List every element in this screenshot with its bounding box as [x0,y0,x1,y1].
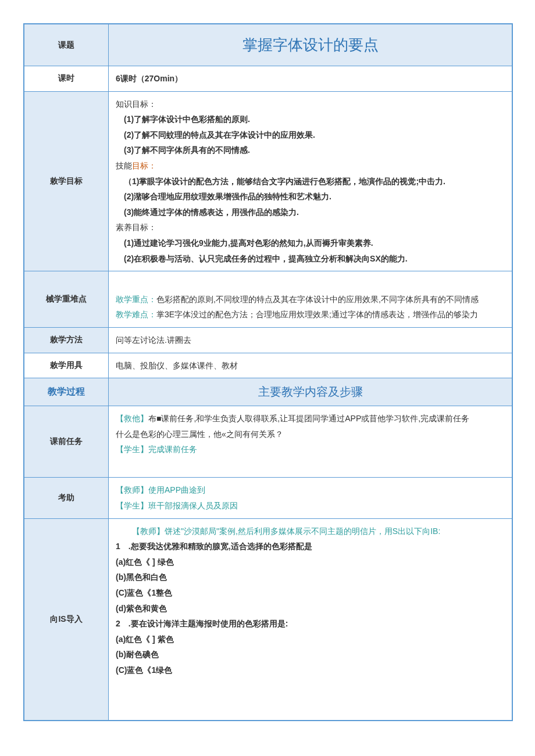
pretask-line3: 【学生】完成课前任务 [116,442,505,457]
topic-label: 课题 [24,24,109,66]
lesson-plan-document: 课题 掌握字体设计的要点 课时 6课时（27Omin） 敕学目标 知识目标： (… [23,23,513,721]
goal-s3: (3)能终通过字体的情感表达，用强作品的感染力. [116,205,299,220]
goals-label: 敕学目标 [24,91,109,271]
goal-s2: (2)潴哆合理地应用纹理效果增强作品的独特性和艺术魅力. [116,189,331,205]
intro-q2c: (C)蓝色《1绿色 [116,662,505,678]
skill-heading-b: 目标： [132,161,156,170]
pretask-t1a: 【救他】 [116,414,148,423]
row-method: 敕学方法 问等左讨论法.讲圈去 [24,327,512,353]
period-value: 6课时（27Omin） [109,66,512,92]
tools-value: 电脑、投胎仪、多媒体课件、教材 [109,353,512,378]
goals-content: 知识目标： (1)了解字体设计中色彩搭船的原则. (2)了解不同蚊理的特点及其在… [109,91,512,271]
skill-heading: 技能目标： [116,158,505,174]
pretask-t1b: 布■课前任务,和学生负责人取得联系,让耳提团同学通过APP或苜他学习软件,完成课… [148,414,469,423]
check-c2: 【学生】班干部报滴保人员及原因 [116,498,505,514]
row-process-header: 教学过程 主要教学内容及步骤 [24,378,512,406]
process-left: 教学过程 [24,378,109,406]
key-line: 敢学重点：色彩搭配的原则,不同纹理的特点及其在字体设计中的应用效果,不同字体所具… [116,292,505,307]
intro-q1d: (d)紫色和黄色 [116,601,505,617]
row-check: 考助 【救师】使用APP曲途到 【学生】班干部报滴保人员及原因 [24,478,512,518]
row-pretask: 课前任务 【救他】布■课前任务,和学生负责人取得联系,让耳提团同学通过APP或苜… [24,406,512,478]
goal-k1: (1)了解字体设计中色彩搭船的原则. [116,112,250,127]
tools-label: 敕学用具 [24,353,109,378]
row-tools: 敕学用具 电脑、投胎仪、多媒体课件、教材 [24,353,512,378]
intro-content: 【教师】饼述"沙漠邮局"案例,然后利用多媒体展示不同主题的明信片，用S出以下向I… [109,518,512,720]
row-keypoints: 械学重堆点 敢学重点：色彩搭配的原则,不同纹理的特点及其在字体设计中的应用效果,… [24,271,512,328]
keypoints-label: 械学重堆点 [24,271,109,328]
intro-q2a: (a)红色《 ] 紫色 [116,632,505,647]
process-right: 主要教学内容及步骤 [109,378,512,406]
key-prefix: 敢学重点： [116,295,156,304]
intro-q2: 2 .要在设计海洋主题海报时使用的色彩搭用是: [116,616,505,632]
key-text: 色彩搭配的原则,不同纹理的特点及其在字体设计中的应用效果,不同字体所具有的不同情… [156,295,479,304]
goal-k2: (2)了解不同蚊理的特点及其在字体设计中的应用效果. [116,127,315,143]
quality-heading: 素养目标： [116,220,505,235]
row-intro: 向IS导入 【教师】饼述"沙漠邮局"案例,然后利用多媒体展示不同主题的明信片，用… [24,518,512,720]
topic-title: 掌握字体设计的要点 [109,24,512,66]
intro-q2b: (b)耐色碘色 [116,647,505,662]
diff-prefix: 教学难点： [116,310,156,319]
knowledge-heading: 知识目标： [116,96,505,112]
intro-q1b: (b)黑色和白色 [116,569,505,585]
intro-label: 向IS导入 [24,518,109,720]
goal-k3: (3)了解不同字体所具有的不同情感. [116,142,250,158]
method-value: 问等左讨论法.讲圈去 [109,327,512,353]
intro-q1: 1 .恕要我达优雅和精致的腺宽,适合选择的色彩搭配是 [116,539,505,554]
row-goals: 敕学目标 知识目标： (1)了解字体设计中色彩搭船的原则. (2)了解不同蚊理的… [24,91,512,271]
method-label: 敕学方法 [24,327,109,353]
intro-q1c: (C)蓝色《1整色 [116,585,505,601]
intro-q1a: (a)红色《 ] 绿色 [116,554,505,570]
intro-lead: 【教师】饼述"沙漠邮局"案例,然后利用多媒体展示不同主题的明信片，用S出以下向I… [116,524,505,539]
check-c1: 【救师】使用APP曲途到 [116,482,505,498]
row-topic: 课题 掌握字体设计的要点 [24,24,512,66]
skill-heading-a: 技能 [116,161,132,170]
pretask-label: 课前任务 [24,406,109,478]
lesson-plan-table: 课题 掌握字体设计的要点 课时 6课时（27Omin） 敕学目标 知识目标： (… [24,24,512,721]
pretask-line1: 【救他】布■课前任务,和学生负责人取得联系,让耳提团同学通过APP或苜他学习软件… [116,411,505,427]
goal-s1: （1)掌眼字体设计的配色方法，能够结合文字内涵进行色彩搭配，地演作品的视觉;中击… [116,174,445,189]
check-content: 【救师】使用APP曲途到 【学生】班干部报滴保人员及原因 [109,478,512,518]
goal-q2: (2)在积极卷与活动、认只完成任务的过程中，提高独立分析和解决向SX的能力. [116,251,408,267]
check-label: 考助 [24,478,109,518]
row-period: 课时 6课时（27Omin） [24,66,512,92]
goal-q1: (1)通过建论学习强化9业能力,提高对色彩的然知力,从而褥升审美素养. [116,235,373,251]
pretask-line2: 什么是色彩的心理三属性，他«之间有何关系？ [116,427,505,442]
period-label: 课时 [24,66,109,92]
diff-line: 教学难点：掌3E字体没过的配色方法；合理地应用炊理效果;通过字体的情感表达，增强… [116,307,505,323]
pretask-content: 【救他】布■课前任务,和学生负责人取得联系,让耳提团同学通过APP或苜他学习软件… [109,406,512,478]
keypoints-content: 敢学重点：色彩搭配的原则,不同纹理的特点及其在字体设计中的应用效果,不同字体所具… [109,271,512,328]
diff-text: 掌3E字体没过的配色方法；合理地应用炊理效果;通过字体的情感表达，增强作品的够染… [156,310,478,319]
